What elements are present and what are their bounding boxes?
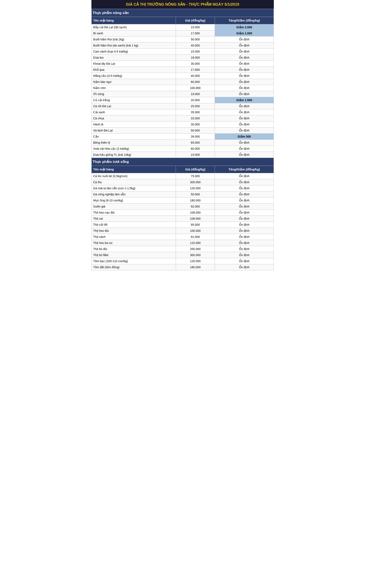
item-change: Ổn định [215,258,274,264]
item-price: 40.000 [176,73,215,79]
item-change: Ổn định [215,216,274,222]
item-price: 15.000 [176,49,215,55]
item-change: Ổn định [215,109,274,115]
item-change: Ổn định [215,179,274,185]
table-row: Củ cải trắng20.000Giảm 1.500 [91,97,274,103]
item-change: Ổn định [215,73,274,79]
item-name: Thịt bò fillet [91,252,176,258]
item-change: Ổn định [215,42,274,49]
item-change: Ổn định [215,222,274,228]
item-name: Xoài cát Hòa Lộc (2 trái/kg) [91,146,176,152]
item-change: Ổn định [215,197,274,203]
table-row: Thịt bò fillet300.000Ổn định [91,252,274,258]
item-name: Thịt heo nạc đùi [91,210,176,216]
table-row: Thịt cốt lết95.000Ổn định [91,222,274,228]
item-name: Cà rốt Đà Lạt [91,103,176,109]
item-price: 91.000 [176,234,215,240]
item-name: Cà chua [91,115,176,122]
column-header-2: Tăng/Giảm (đồng/kg) [215,17,274,24]
page-title: GIÁ CẢ THỊ TRƯỜNG NÔNG SẢN - THỰC PHẨM N… [91,0,274,9]
item-price: 15.000 [176,152,215,158]
table-row: Gà mái ta làm sẵn (con 1-1,5kg)120.000Ổn… [91,185,274,191]
table-row: Thịt vai108.000Ổn định [91,216,274,222]
table-row: Dưa hấu giống TL (trái 13kg)15.000Ổn địn… [91,152,274,158]
item-name: Sườn già [91,203,176,210]
item-price: 300.000 [176,179,215,185]
table-row: Bưởi Năm Roi (trái 1kg)50.000Ổn định [91,36,274,42]
item-price: 17.000 [176,67,215,73]
item-price: 65.000 [176,140,215,146]
item-price: 300.000 [176,252,215,258]
item-change: Ổn định [215,234,274,240]
table-row: Tôm bạc (100-110 con/kg)120.000Ổn định [91,258,274,264]
item-change: Ổn định [215,203,274,210]
item-name: Tôm bạc (100-110 con/kg) [91,258,176,264]
item-name: Mực ống (8-10 con/kg) [91,197,176,203]
table-row: Khổ qua17.000Ổn định [91,67,274,73]
item-name: Xà lách Đà Lạt [91,128,176,134]
item-name: Cam sành (loại 4-5 trái/kg) [91,49,176,55]
column-header-0: Tên mặt hàng [91,17,176,24]
table-row: Cà chua33.000Ổn định [91,115,274,122]
table-row: Thịt bò đùi250.000Ổn định [91,246,274,252]
item-change: Ổn định [215,240,274,246]
item-name: Bắp cải Đà Lạt (lặt sạch) [91,24,176,30]
item-name: Khoai tây Đà Lạt [91,61,176,67]
item-change: Ổn định [215,115,274,122]
item-name: Khổ qua [91,67,176,73]
table-row: Bông thiên lý65.000Ổn định [91,140,274,146]
item-name: Cần [91,134,176,140]
table-row: Hành lá30.000Ổn định [91,122,274,128]
item-price: 20.000 [176,97,215,103]
item-change: Giảm 500 [215,134,274,140]
item-change: Ổn định [215,210,274,216]
item-price: 120.000 [176,185,215,191]
item-price: 50.000 [176,128,215,134]
table-row: Tôm đất (tôm đồng)180.000Ổn định [91,264,274,270]
column-header-row: Tên mặt hàngGiá (đồng/kg)Tăng/Giảm (đồng… [91,17,274,24]
item-price: 19.000 [176,91,215,97]
item-price: 30.000 [176,122,215,128]
item-name: Nấm rơm [91,85,176,91]
table-row: Mãng cầu (4-5 trái/kg)40.000Ổn định [91,73,274,79]
table-row: Mực ống (8-10 con/kg)180.000Ổn định [91,197,274,203]
item-price: 100.000 [176,228,215,234]
column-header-1: Giá (đồng/kg) [176,166,215,173]
table-row: Xoài cát Hòa Lộc (2 trái/kg)60.000Ổn địn… [91,146,274,152]
item-change: Ổn định [215,49,274,55]
item-name: Tôm đất (tôm đồng) [91,264,176,270]
table-row: Xà lách Đà Lạt50.000Ổn định [91,128,274,134]
item-name: Bí xanh [91,30,176,36]
table-row: Dưa leo18.000Ổn định [91,55,274,61]
item-change: Ổn định [215,146,274,152]
table-row: Nấm bào ngư60.000Ổn định [91,79,274,85]
column-header-2: Tăng/Giảm (đồng/kg) [215,166,274,173]
item-name: Hành lá [91,122,176,128]
column-header-row: Tên mặt hàngGiá (đồng/kg)Tăng/Giảm (đồng… [91,166,274,173]
table-row: Thịt heo đùi100.000Ổn định [91,228,274,234]
table-row: Cá thu300.000Ổn định [91,179,274,185]
item-change: Ổn định [215,103,274,109]
table-row: Cà rốt Đà Lạt25.000Ổn định [91,103,274,109]
item-price: 115.000 [176,240,215,246]
item-price: 60.000 [176,146,215,152]
table-row: Cam sành (loại 4-5 trái/kg)15.000Ổn định [91,49,274,55]
item-change: Ổn định [215,122,274,128]
item-change: Ổn định [215,128,274,134]
item-change: Ổn định [215,152,274,158]
section-header: Thực phẩm tươi sống [91,158,274,166]
item-change: Ổn định [215,91,274,97]
item-name: Dưa leo [91,55,176,61]
item-price: 15.000 [176,24,215,30]
table-row: Bưởi Năm Roi (da xanh) (trái 1 kg)40.000… [91,42,274,49]
item-price: 92.000 [176,203,215,210]
item-change: Ổn định [215,36,274,42]
item-price: 35.000 [176,109,215,115]
item-name: Bông thiên lý [91,140,176,146]
item-change: Giảm 2.000 [215,24,274,30]
item-price: 50.000 [176,36,215,42]
item-change: Ổn định [215,67,274,73]
item-name: Gà mái ta làm sẵn (con 1-1,5kg) [91,185,176,191]
item-change: Ổn định [215,191,274,197]
item-name: Thịt bò đùi [91,246,176,252]
